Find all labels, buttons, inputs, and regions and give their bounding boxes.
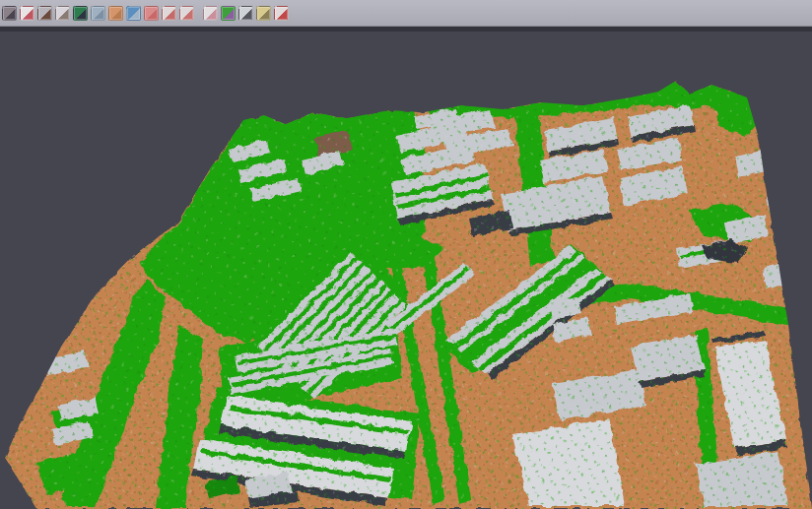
sparse-points-icon[interactable] bbox=[55, 6, 70, 21]
viewport-3d[interactable] bbox=[0, 32, 812, 509]
toolbar bbox=[0, 0, 812, 27]
scatter-points-icon[interactable] bbox=[20, 6, 34, 21]
sphere-icon[interactable] bbox=[238, 6, 253, 21]
hourglass-icon[interactable] bbox=[256, 6, 271, 21]
toolbar-icon-group bbox=[2, 6, 194, 21]
globe-icon[interactable] bbox=[126, 6, 141, 21]
selection-marquee-icon[interactable] bbox=[179, 6, 194, 21]
hill-icon[interactable] bbox=[37, 6, 52, 21]
point-cloud-render bbox=[0, 32, 812, 509]
orthophoto-icon[interactable] bbox=[108, 6, 123, 21]
layers-icon[interactable] bbox=[144, 6, 159, 21]
toolbar-icon-strip bbox=[2, 6, 289, 21]
terrain-icon[interactable] bbox=[73, 6, 88, 21]
pixel-cluster-icon[interactable] bbox=[2, 6, 17, 21]
checkerboard-icon[interactable] bbox=[203, 6, 218, 21]
classification-icon[interactable] bbox=[221, 6, 236, 21]
toolbar-icon-group bbox=[203, 6, 289, 21]
column-icon[interactable] bbox=[91, 6, 105, 21]
target-icon[interactable] bbox=[162, 6, 176, 21]
flag-icon[interactable] bbox=[274, 6, 289, 21]
